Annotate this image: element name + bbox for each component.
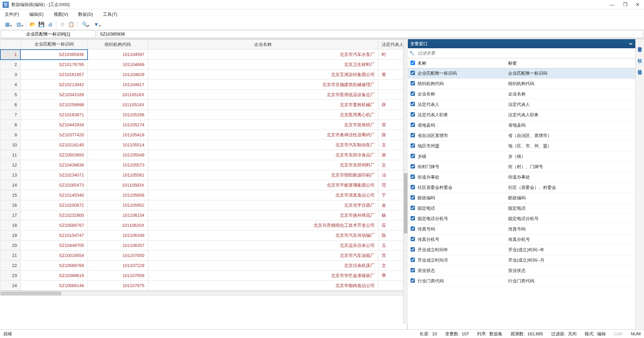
row-number[interactable]: 20 xyxy=(0,241,20,251)
row-number[interactable]: 12 xyxy=(0,160,20,170)
col-header-legal[interactable]: 法定代表人 xyxy=(378,40,407,50)
cell-legal[interactable]: 黄 xyxy=(378,70,407,80)
cell-company[interactable]: 北京五洲染织集团公司 xyxy=(148,70,378,80)
variable-checkbox[interactable] xyxy=(408,268,418,273)
var-header-name[interactable]: 名称 xyxy=(418,60,508,66)
maximize-button[interactable]: ❐ xyxy=(621,1,629,8)
cell-legal[interactable] xyxy=(378,60,407,70)
row-number[interactable]: 4 xyxy=(0,80,20,90)
variable-checkbox[interactable] xyxy=(408,154,418,159)
variable-row[interactable]: 传真分机号传真分机号 xyxy=(408,234,635,245)
row-number[interactable]: 18 xyxy=(0,220,20,230)
cell-id[interactable]: SZ10258998 xyxy=(20,100,88,110)
horizontal-scrollbar[interactable] xyxy=(0,291,407,296)
cell-id[interactable]: SZ10448705 xyxy=(20,241,88,251)
col-header-id[interactable]: 企业匹配唯一标识码 xyxy=(20,40,88,50)
cell-legal[interactable]: 金 xyxy=(378,200,407,210)
rownum-header[interactable] xyxy=(0,40,20,50)
variables-filter-input[interactable] xyxy=(416,49,635,57)
cell-legal[interactable]: 冶 xyxy=(378,170,407,180)
cell-legal[interactable] xyxy=(378,90,407,100)
table-row[interactable]: 1SZ10365936101104597北京市汽车水泵厂时 xyxy=(0,50,407,60)
row-number[interactable]: 11 xyxy=(0,150,20,160)
cell-company[interactable]: 北京市汽车油箱厂 xyxy=(148,251,378,261)
cell-company[interactable]: 北京市汽车传动轴厂 xyxy=(148,230,378,241)
table-row[interactable]: 17SZ10232800101106154北京市挑补绣花厂杨 xyxy=(0,210,407,220)
variable-checkbox[interactable] xyxy=(408,258,418,263)
variable-checkbox[interactable] xyxy=(408,91,418,97)
cell-company[interactable]: 北京市挑补绣花厂 xyxy=(148,210,378,220)
cell-orgcode[interactable]: 101104597 xyxy=(88,50,148,60)
variable-checkbox[interactable] xyxy=(408,123,418,128)
table-row[interactable]: 6SZ1025899810110524X北京市畜牧机械厂薛 xyxy=(0,100,407,110)
side-tab-snapshot[interactable]: 快照 xyxy=(636,53,644,58)
cell-legal[interactable]: 时 xyxy=(378,50,407,60)
menu-view[interactable]: 视图(V) xyxy=(52,10,70,18)
col-header-company[interactable]: 企业名称 xyxy=(148,40,378,50)
cell-orgcode[interactable]: 101104917 xyxy=(88,80,148,90)
cell-orgcode[interactable]: 10110620X xyxy=(88,220,148,230)
cell-id[interactable]: SZ10216145 xyxy=(20,140,88,150)
vertical-scrollbar[interactable] xyxy=(403,39,408,324)
variable-checkbox[interactable] xyxy=(408,216,418,221)
variable-row[interactable]: 组织机构代码组织机构代码 xyxy=(408,79,635,89)
data-grid[interactable]: 企业匹配唯一标识码 组织机构代码 企业名称 法定代表人 1SZ103659361… xyxy=(0,39,407,291)
cell-value-field[interactable]: SZ10365936 xyxy=(97,30,643,38)
row-number[interactable]: 24 xyxy=(0,281,20,291)
variable-checkbox[interactable] xyxy=(408,175,418,180)
cell-legal[interactable]: 文 xyxy=(378,160,407,170)
row-number[interactable]: 3 xyxy=(0,70,20,80)
var-header-label[interactable]: 标签 xyxy=(508,60,635,66)
table-row[interactable]: 14SZ1026547310110583X北京市平板玻璃集团公司范 xyxy=(0,180,407,190)
cell-id[interactable]: SZ10377420 xyxy=(20,130,88,140)
cell-legal[interactable] xyxy=(378,110,407,120)
row-number[interactable]: 9 xyxy=(0,130,20,140)
table-row[interactable]: 22SZ10588768101107229北京仪表机床厂文 xyxy=(0,261,407,271)
col-header-orgcode[interactable]: 组织机构代码 xyxy=(88,40,148,50)
wrench-icon[interactable]: 🔧 xyxy=(408,51,416,56)
variable-row[interactable]: 法定代表人法定代表人 xyxy=(408,99,635,110)
cell-legal[interactable]: 宫 xyxy=(378,251,407,261)
cell-orgcode[interactable]: 101107050 xyxy=(88,251,148,261)
variable-checkbox[interactable] xyxy=(408,247,418,253)
cell-id[interactable]: SZ10161957 xyxy=(20,70,88,80)
table-row[interactable]: 2SZ10176795101104669北京卫生材料厂 xyxy=(0,60,407,70)
cell-orgcode[interactable]: 10110516X xyxy=(88,90,148,100)
cell-orgcode[interactable]: 101105274 xyxy=(88,120,148,130)
cell-legal[interactable]: 玉 xyxy=(378,241,407,251)
table-row[interactable]: 5SZ1034318910110516X北京市医用低温设备总厂 xyxy=(0,90,407,100)
cell-id[interactable]: SZ10154747 xyxy=(20,230,88,241)
paste-icon[interactable]: 📋 xyxy=(67,20,75,28)
row-number[interactable]: 7 xyxy=(0,110,20,120)
cell-orgcode[interactable]: 101105952 xyxy=(88,200,148,210)
row-number[interactable]: 13 xyxy=(0,170,20,180)
cell-company[interactable]: 北京市医用低温设备总厂 xyxy=(148,90,378,100)
cell-id[interactable]: SZ10568146 xyxy=(20,281,88,291)
cell-orgcode[interactable]: 101105581 xyxy=(88,170,148,180)
cell-orgcode[interactable]: 101105514 xyxy=(88,140,148,150)
cell-company[interactable]: 北京市华艺金漆镶嵌厂 xyxy=(148,271,378,281)
cell-orgcode[interactable]: 10110583X xyxy=(88,180,148,190)
variable-checkbox[interactable] xyxy=(408,71,418,76)
cell-company[interactable]: 北京市汽车制动泵厂 xyxy=(148,140,378,150)
table-row[interactable]: 4SZ10213042101104917北京市京施建筑机械修理厂 xyxy=(0,80,407,90)
cell-company[interactable]: 北京华都肉食品公司 xyxy=(148,281,378,291)
table-row[interactable]: 23SZ10388619101107659北京市华艺金漆镶嵌厂季 xyxy=(0,271,407,281)
variable-checkbox[interactable] xyxy=(408,164,418,170)
search-icon[interactable]: 🔍 xyxy=(79,20,90,28)
cell-orgcode[interactable]: 101107659 xyxy=(88,271,148,281)
side-tab-variables[interactable]: 变量窗口 xyxy=(636,41,644,47)
row-number[interactable]: 19 xyxy=(0,230,20,241)
cell-legal[interactable]: 薛 xyxy=(378,100,407,110)
cell-id[interactable]: SZ10343189 xyxy=(20,90,88,100)
cell-legal[interactable]: 冒 xyxy=(378,120,407,130)
cell-id[interactable]: SZ10588768 xyxy=(20,261,88,271)
cell-id[interactable]: SZ10200672 xyxy=(20,200,88,210)
row-number[interactable]: 15 xyxy=(0,190,20,200)
cell-orgcode[interactable]: 101105856 xyxy=(88,190,148,200)
variable-checkbox[interactable] xyxy=(408,237,418,242)
cell-orgcode[interactable]: 101104669 xyxy=(88,60,148,70)
cell-legal[interactable]: 文 xyxy=(378,261,407,271)
variable-row[interactable]: 地区市州盟地（区、市、州、盟） xyxy=(408,141,635,151)
cell-company[interactable]: 北京市汽车水泵厂 xyxy=(148,50,378,60)
